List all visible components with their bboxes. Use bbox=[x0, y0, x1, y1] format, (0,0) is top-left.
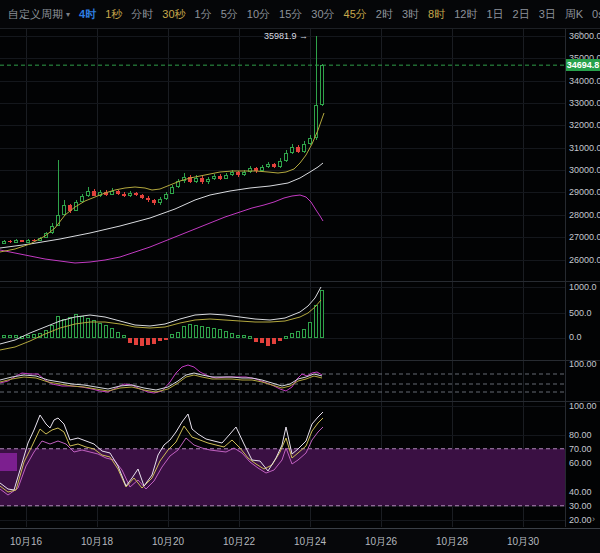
axis-labels-layer: 36000.035000.034000.033000.032000.031000… bbox=[0, 0, 600, 553]
price-axis-label: 80.00 bbox=[569, 430, 592, 440]
date-axis-label: 10月26 bbox=[365, 535, 397, 549]
date-axis-label: 10月30 bbox=[507, 535, 539, 549]
price-axis-label: 70.00 bbox=[569, 444, 592, 454]
countdown-timer: 0s bbox=[592, 8, 600, 20]
price-axis-label: 0.0 bbox=[569, 332, 582, 342]
date-axis-label: 10月24 bbox=[294, 535, 326, 549]
period-3日[interactable]: 3日 bbox=[539, 7, 556, 22]
price-axis-label: 20.00 bbox=[569, 515, 592, 525]
date-axis-label: 10月16 bbox=[10, 535, 42, 549]
date-axis[interactable]: 10月1610月1810月2010月2210月2410月2610月2810月30 bbox=[0, 528, 600, 553]
period-5分[interactable]: 5分 bbox=[221, 7, 238, 22]
period-10分[interactable]: 10分 bbox=[247, 7, 270, 22]
collapse-axis-up-icon[interactable]: ^ bbox=[578, 30, 582, 40]
period-list: 4时1秒分时30秒1分5分10分15分30分45分2时3时8时12时1日2日3日… bbox=[79, 7, 583, 22]
toolbar: 自定义周期 ▾ 4时1秒分时30秒1分5分10分15分30分45分2时3时8时1… bbox=[0, 0, 600, 29]
period-30秒[interactable]: 30秒 bbox=[162, 7, 185, 22]
period-8时[interactable]: 8时 bbox=[428, 7, 445, 22]
price-axis-label: 29000.0 bbox=[569, 187, 600, 197]
price-axis-label: 32000.0 bbox=[569, 120, 600, 130]
price-axis-label: 30000.0 bbox=[569, 165, 600, 175]
trading-app: 自定义周期 ▾ 4时1秒分时30秒1分5分10分15分30分45分2时3时8时1… bbox=[0, 0, 600, 553]
period-1秒[interactable]: 1秒 bbox=[105, 7, 122, 22]
date-axis-label: 10月20 bbox=[152, 535, 184, 549]
arrow-right-icon: → bbox=[299, 31, 308, 41]
price-axis-label: 1000.0 bbox=[569, 282, 597, 292]
price-axis-label: 27000.0 bbox=[569, 232, 600, 242]
period-1分[interactable]: 1分 bbox=[195, 7, 212, 22]
custom-period-dropdown[interactable]: 自定义周期 ▾ bbox=[8, 7, 70, 22]
high-price-annotation: 35981.9 → bbox=[230, 31, 308, 41]
custom-period-label: 自定义周期 bbox=[8, 7, 63, 22]
period-3时[interactable]: 3时 bbox=[402, 7, 419, 22]
toolbar-right: 0s 未命名 ▾ 下单 bbox=[592, 0, 600, 28]
expand-panel-right-icon[interactable]: › bbox=[592, 514, 595, 524]
price-axis-label: 31000.0 bbox=[569, 143, 600, 153]
price-axis-label: 100.00 bbox=[569, 401, 597, 411]
period-2时[interactable]: 2时 bbox=[376, 7, 393, 22]
price-axis-label: 40.00 bbox=[569, 487, 592, 497]
price-axis-label: 33000.0 bbox=[569, 98, 600, 108]
price-axis-label: 100.00 bbox=[569, 359, 597, 369]
price-axis-label: 36000.0 bbox=[569, 31, 600, 41]
last-price-badge: 34694.8 bbox=[566, 59, 600, 71]
period-2日[interactable]: 2日 bbox=[513, 7, 530, 22]
chart-area[interactable]: 36000.035000.034000.033000.032000.031000… bbox=[0, 0, 600, 553]
period-4时[interactable]: 4时 bbox=[79, 7, 96, 22]
date-axis-label: 10月28 bbox=[436, 535, 468, 549]
price-axis-label: 26000.0 bbox=[569, 255, 600, 265]
price-axis-label: 28000.0 bbox=[569, 210, 600, 220]
period-12时[interactable]: 12时 bbox=[454, 7, 477, 22]
date-axis-label: 10月18 bbox=[81, 535, 113, 549]
price-axis-label: 34000.0 bbox=[569, 76, 600, 86]
period-1日[interactable]: 1日 bbox=[486, 7, 503, 22]
period-30分[interactable]: 30分 bbox=[311, 7, 334, 22]
price-axis-label: 30.00 bbox=[569, 501, 592, 511]
price-axis-label: 60.00 bbox=[569, 458, 592, 468]
period-15分[interactable]: 15分 bbox=[279, 7, 302, 22]
period-分时[interactable]: 分时 bbox=[131, 7, 153, 22]
period-周K[interactable]: 周K bbox=[565, 7, 583, 22]
chevron-down-icon: ▾ bbox=[66, 10, 70, 19]
date-axis-label: 10月22 bbox=[223, 535, 255, 549]
period-45分[interactable]: 45分 bbox=[344, 7, 367, 22]
price-axis-label: 500.0 bbox=[569, 308, 592, 318]
